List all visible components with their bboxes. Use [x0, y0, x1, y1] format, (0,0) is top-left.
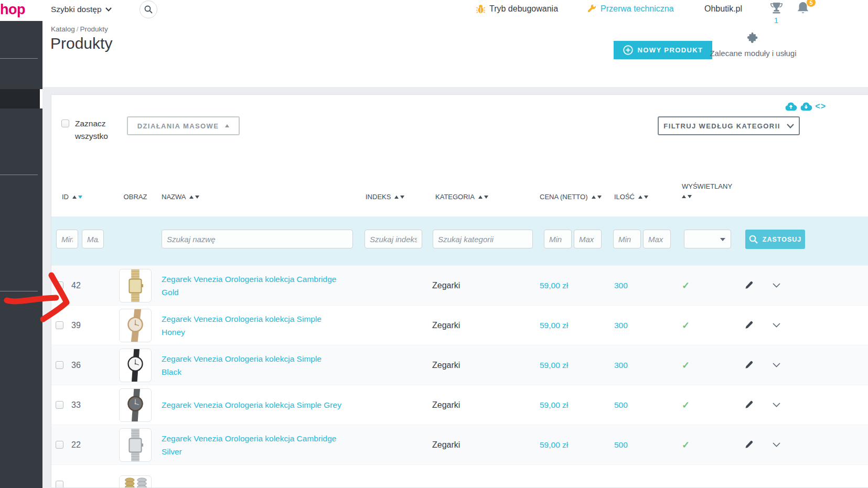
- displayed-check-icon[interactable]: ✓: [670, 399, 741, 411]
- row-dropdown-chevron-icon[interactable]: [773, 283, 780, 288]
- edit-pencil-icon[interactable]: [744, 321, 753, 330]
- puzzle-icon: [747, 31, 759, 44]
- filter-qty-max-input[interactable]: [643, 230, 671, 248]
- quick-access-menu[interactable]: Szybki dostęp: [51, 5, 112, 14]
- apply-filters-button[interactable]: ZASTOSUJ: [745, 230, 805, 249]
- notifications-button[interactable]: 5: [796, 1, 812, 17]
- product-price[interactable]: 59,00 zł: [531, 400, 610, 410]
- column-header-quantity[interactable]: ILOŚĆ: [610, 193, 670, 201]
- search-icon: [144, 5, 153, 14]
- column-header-index[interactable]: INDEKS: [363, 193, 429, 201]
- table-row[interactable]: 33 Zegarek Venezia Orologeria kolekcja S…: [51, 385, 868, 425]
- product-quantity[interactable]: 500: [610, 400, 670, 410]
- product-name-link[interactable]: Zegarek Venezia Orologeria kolekcja Simp…: [162, 312, 342, 339]
- edit-pencil-icon[interactable]: [744, 281, 753, 290]
- displayed-check-icon[interactable]: ✓: [670, 439, 741, 451]
- filter-price-max-input[interactable]: [574, 230, 602, 248]
- table-row[interactable]: 22 Zegarek Venezia Orologeria kolekcja C…: [51, 425, 868, 464]
- filter-category-input[interactable]: [433, 230, 533, 248]
- product-name-link[interactable]: Zegarek Venezia Orologeria kolekcja Simp…: [162, 352, 342, 378]
- sort-asc-icon[interactable]: [72, 196, 77, 199]
- column-header-displayed[interactable]: WYŚWIETLANY: [670, 182, 741, 201]
- sort-asc-icon[interactable]: [394, 196, 399, 199]
- filter-by-category-button[interactable]: FILTRUJ WEDŁUG KATEGORII: [658, 116, 800, 135]
- edit-pencil-icon[interactable]: [744, 361, 753, 370]
- product-quantity[interactable]: 500: [610, 440, 670, 450]
- product-name-link[interactable]: Zegarek Venezia Orologeria kolekcja Camb…: [162, 432, 342, 458]
- import-cloud-icon[interactable]: [800, 102, 812, 111]
- sort-desc-icon[interactable]: [484, 196, 488, 199]
- product-image-gold-and-silver-watch-bands[interactable]: [119, 475, 152, 488]
- row-checkbox[interactable]: [56, 361, 63, 369]
- product-price[interactable]: 59,00 zł: [531, 440, 610, 450]
- row-dropdown-chevron-icon[interactable]: [773, 323, 780, 328]
- sort-asc-icon[interactable]: [682, 195, 686, 198]
- product-name-link[interactable]: Zegarek Venezia Orologeria kolekcja Simp…: [162, 398, 342, 411]
- new-product-button[interactable]: NOWY PRODUKT: [614, 41, 712, 59]
- watch-bands-image: [120, 475, 151, 488]
- filter-name-input[interactable]: [162, 230, 353, 248]
- displayed-check-icon[interactable]: ✓: [670, 320, 741, 331]
- gamification-button[interactable]: 1: [768, 2, 784, 25]
- product-image-silver-rectangular-watch[interactable]: [119, 428, 152, 462]
- product-quantity[interactable]: 300: [610, 321, 670, 330]
- product-price[interactable]: 59,00 zł: [531, 281, 610, 290]
- row-checkbox[interactable]: [56, 481, 63, 488]
- row-checkbox[interactable]: [56, 401, 63, 409]
- filter-index-input[interactable]: [365, 230, 422, 248]
- product-price[interactable]: 59,00 zł: [531, 321, 610, 330]
- row-checkbox[interactable]: [56, 321, 63, 329]
- sidebar-nav[interactable]: [0, 21, 42, 488]
- sql-query-icon[interactable]: <>: [815, 102, 826, 111]
- product-name-link[interactable]: Zegarek Venezia Orologeria kolekcja Camb…: [162, 273, 342, 299]
- displayed-check-icon[interactable]: ✓: [670, 360, 741, 371]
- product-image-black-round-watch[interactable]: [119, 349, 152, 382]
- table-row[interactable]: 42 Zegarek Venezia Orologeria kolekcja C…: [51, 265, 868, 305]
- product-image-grey-round-watch[interactable]: [119, 388, 152, 422]
- column-header-category[interactable]: KATEGORIA: [429, 193, 531, 201]
- sort-asc-icon[interactable]: [478, 196, 483, 199]
- search-button[interactable]: [140, 1, 157, 18]
- filter-price-min-input[interactable]: [544, 230, 572, 248]
- sort-desc-icon[interactable]: [688, 195, 692, 198]
- filter-id-max-input[interactable]: [82, 230, 104, 248]
- shop-name-link[interactable]: Ohbutik.pl: [704, 4, 742, 14]
- edit-pencil-icon[interactable]: [744, 400, 753, 409]
- row-dropdown-chevron-icon[interactable]: [773, 442, 780, 447]
- sort-desc-icon[interactable]: [195, 196, 199, 199]
- table-row[interactable]: 39 Zegarek Venezia Orologeria kolekcja S…: [51, 305, 868, 345]
- sort-desc-icon[interactable]: [400, 196, 404, 199]
- sort-desc-icon[interactable]: [644, 196, 648, 199]
- export-cloud-icon[interactable]: [785, 102, 797, 111]
- maintenance-link[interactable]: Przerwa techniczna: [587, 4, 674, 14]
- row-checkbox[interactable]: [56, 281, 63, 289]
- product-image-gold-rectangular-watch[interactable]: [119, 269, 152, 302]
- breadcrumb-parent[interactable]: Katalog: [51, 25, 75, 33]
- sort-asc-icon[interactable]: [592, 196, 596, 199]
- row-dropdown-chevron-icon[interactable]: [773, 403, 780, 407]
- filter-qty-min-input[interactable]: [613, 230, 641, 248]
- sort-asc-icon[interactable]: [638, 196, 642, 199]
- filter-id-min-input[interactable]: [56, 230, 78, 248]
- recommended-modules-link[interactable]: Zalecane moduły i usługi: [698, 31, 808, 58]
- product-quantity[interactable]: 300: [610, 281, 670, 290]
- table-row[interactable]: 36 Zegarek Venezia Orologeria kolekcja S…: [51, 345, 868, 385]
- select-all-checkbox[interactable]: [61, 120, 69, 127]
- product-image-honey-round-watch[interactable]: [119, 309, 152, 342]
- product-quantity[interactable]: 300: [610, 361, 670, 370]
- sort-asc-icon[interactable]: [189, 196, 194, 199]
- row-dropdown-chevron-icon[interactable]: [773, 363, 780, 367]
- edit-pencil-icon[interactable]: [744, 440, 753, 449]
- column-header-name[interactable]: NAZWA: [162, 193, 363, 201]
- row-checkbox[interactable]: [56, 441, 63, 449]
- displayed-check-icon[interactable]: ✓: [670, 280, 741, 291]
- product-price[interactable]: 59,00 zł: [531, 361, 610, 370]
- sort-desc-icon[interactable]: [597, 196, 602, 199]
- column-header-price[interactable]: CENA (NETTO): [531, 193, 610, 201]
- sidebar-item-active-catalog[interactable]: [0, 89, 40, 109]
- filter-displayed-select[interactable]: [684, 230, 731, 248]
- table-row-partial[interactable]: [51, 464, 868, 488]
- bulk-actions-button[interactable]: DZIAŁANIA MASOWE: [127, 116, 240, 135]
- column-header-id[interactable]: ID: [51, 193, 109, 201]
- sort-desc-icon[interactable]: [78, 196, 82, 199]
